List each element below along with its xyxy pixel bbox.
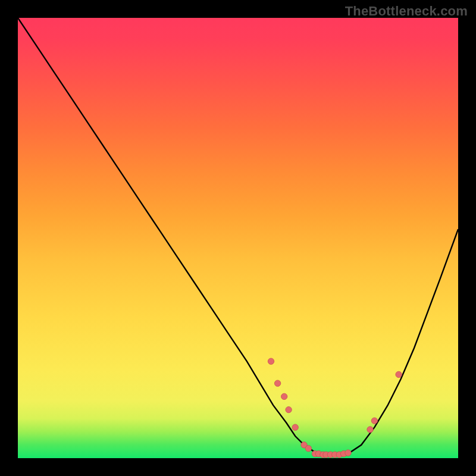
data-marker — [371, 418, 377, 424]
data-markers-group — [268, 358, 402, 458]
data-marker — [305, 446, 311, 452]
bottleneck-curve — [18, 18, 458, 456]
data-marker — [274, 380, 280, 386]
watermark-text: TheBottleneck.com — [345, 4, 468, 19]
data-marker — [345, 450, 351, 456]
chart-svg — [18, 18, 458, 458]
chart-stage: TheBottleneck.com — [0, 0, 476, 476]
data-marker — [268, 358, 274, 364]
data-marker — [286, 406, 292, 412]
data-marker — [292, 424, 298, 430]
data-marker — [367, 427, 373, 433]
plot-area — [18, 18, 458, 458]
data-marker — [396, 371, 402, 377]
data-marker — [281, 393, 287, 399]
